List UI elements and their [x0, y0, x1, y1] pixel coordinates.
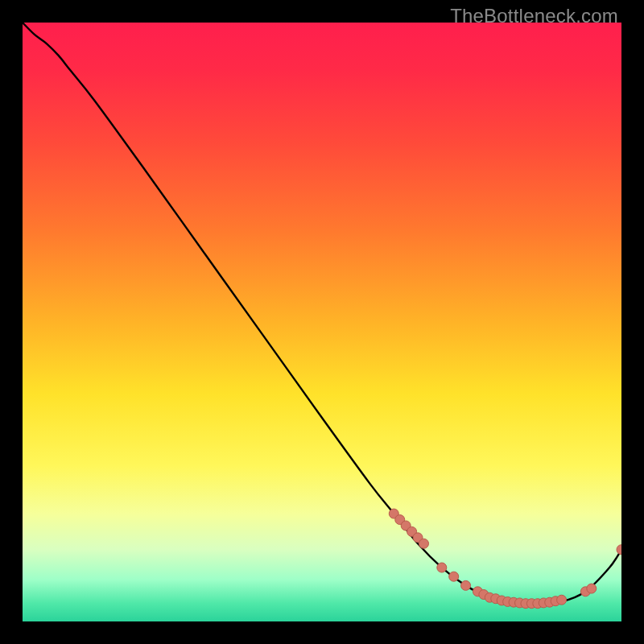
gradient-background — [23, 23, 621, 621]
marker-dot — [437, 563, 447, 572]
plot-area — [23, 23, 621, 621]
marker-dot — [461, 580, 471, 590]
marker-dot — [587, 584, 597, 593]
marker-dot — [449, 572, 459, 581]
marker-dot — [419, 539, 428, 548]
chart-svg — [23, 23, 621, 621]
marker-dot — [557, 595, 567, 605]
chart-stage: TheBottleneck.com — [0, 0, 644, 644]
